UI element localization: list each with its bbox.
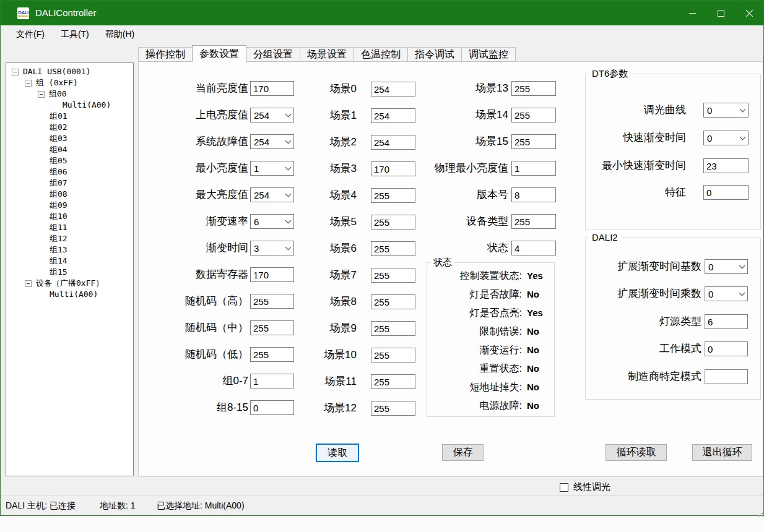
field-label: 场景8 bbox=[292, 294, 357, 309]
tree-item[interactable]: 组00 bbox=[6, 88, 133, 100]
tab-6[interactable]: 调试监控 bbox=[461, 47, 516, 62]
tree-item[interactable]: 组04 bbox=[6, 144, 133, 155]
scene-7-input[interactable] bbox=[371, 268, 415, 283]
tree-item-label: 组09 bbox=[50, 200, 67, 211]
param-10-input[interactable] bbox=[250, 347, 294, 362]
param-8-input[interactable] bbox=[250, 294, 294, 309]
param-5-select[interactable]: 6 bbox=[250, 214, 294, 229]
device-0-input[interactable] bbox=[511, 81, 556, 96]
device-1-input[interactable] bbox=[511, 108, 556, 122]
dali2-4-input[interactable] bbox=[705, 369, 748, 384]
tree-item[interactable]: 组09 bbox=[6, 200, 133, 211]
scene-11-input[interactable] bbox=[371, 374, 415, 389]
tree-item[interactable]: 组10 bbox=[6, 211, 133, 222]
device-4-input[interactable] bbox=[511, 187, 556, 202]
param-0-input[interactable] bbox=[250, 81, 294, 96]
tree-item[interactable]: 组01 bbox=[6, 111, 133, 122]
field-label: 场景15 bbox=[422, 134, 508, 148]
app-icon: DALI bbox=[17, 7, 29, 19]
scene-10-input[interactable] bbox=[371, 348, 415, 363]
param-11-input[interactable] bbox=[250, 374, 294, 388]
dt6-0-select[interactable]: 0 bbox=[703, 103, 749, 118]
param-6-select[interactable]: 3 bbox=[250, 241, 294, 255]
scene-5-input[interactable] bbox=[371, 215, 415, 230]
param-1-select[interactable]: 254 bbox=[250, 108, 294, 122]
read-button[interactable]: 读取 bbox=[316, 444, 359, 462]
field-label: 场景7 bbox=[292, 268, 357, 282]
device-3-input[interactable] bbox=[511, 161, 556, 176]
param-4-select[interactable]: 254 bbox=[250, 187, 294, 202]
scene-0-input[interactable] bbox=[371, 82, 415, 97]
scene-1-input[interactable] bbox=[371, 108, 415, 123]
scene-8-input[interactable] bbox=[371, 294, 415, 309]
tab-3[interactable]: 场景设置 bbox=[300, 47, 354, 62]
tree-item[interactable]: 组12 bbox=[6, 233, 133, 244]
close-button[interactable] bbox=[735, 1, 763, 25]
tree-item[interactable]: 组05 bbox=[6, 155, 133, 166]
param-9-input[interactable] bbox=[250, 320, 294, 335]
field-label: 工作模式 bbox=[589, 341, 701, 356]
save-button[interactable]: 保存 bbox=[442, 444, 484, 461]
tree-item[interactable]: 组 (0xFF) bbox=[6, 77, 133, 88]
resize-grip-icon[interactable] bbox=[759, 510, 760, 512]
tree-item[interactable]: 组15 bbox=[6, 267, 133, 278]
tree-item[interactable]: 组11 bbox=[6, 222, 133, 233]
tree-item[interactable]: 组02 bbox=[6, 122, 133, 133]
tab-1[interactable]: 参数设置 bbox=[192, 45, 246, 62]
collapse-icon[interactable] bbox=[25, 280, 32, 287]
dt6-2-input[interactable] bbox=[703, 158, 749, 173]
dali2-1-select[interactable]: 0 bbox=[705, 286, 748, 301]
tree-item[interactable]: 组08 bbox=[6, 189, 133, 200]
scene-4-input[interactable] bbox=[371, 188, 415, 203]
menu-item-1[interactable]: 工具(T) bbox=[53, 27, 97, 43]
tree-item[interactable]: DALI USB(0001) bbox=[6, 66, 133, 77]
param-3-select[interactable]: 1 bbox=[250, 161, 294, 176]
device-6-input[interactable] bbox=[511, 241, 556, 255]
status-row-value: Yes bbox=[527, 307, 543, 319]
scene-3-input[interactable] bbox=[371, 161, 415, 176]
param-12-input[interactable] bbox=[250, 400, 294, 415]
scene-6-input[interactable] bbox=[371, 241, 415, 256]
field-label: 制造商特定模式 bbox=[589, 369, 701, 384]
linear-dimming-checkbox[interactable] bbox=[560, 483, 568, 492]
dt6-1-select[interactable]: 0 bbox=[703, 131, 749, 145]
tab-5[interactable]: 指令调试 bbox=[407, 47, 462, 62]
field-label: 场景13 bbox=[422, 81, 508, 95]
device-5-input[interactable] bbox=[511, 214, 556, 229]
tree-item[interactable]: Multi(A00) bbox=[6, 289, 133, 300]
tab-2[interactable]: 分组设置 bbox=[246, 47, 300, 62]
tree-item[interactable]: 设备（广播0xFF） bbox=[6, 278, 133, 289]
menu-item-2[interactable]: 帮助(H) bbox=[97, 27, 142, 43]
tree-item[interactable]: 组07 bbox=[6, 178, 133, 189]
dt6-groupbox-label: DT6参数 bbox=[589, 68, 630, 80]
tree-item[interactable]: 组14 bbox=[6, 255, 133, 267]
scene-9-input[interactable] bbox=[371, 321, 415, 336]
dali2-0-select[interactable]: 0 bbox=[705, 259, 748, 274]
tree-item[interactable]: 组03 bbox=[6, 133, 133, 144]
maximize-button[interactable] bbox=[706, 1, 735, 25]
exit-loop-button[interactable]: 退出循环 bbox=[692, 444, 752, 461]
scene-12-input[interactable] bbox=[371, 401, 415, 416]
dali2-2-input[interactable] bbox=[705, 314, 748, 329]
status-row-label: 电源故障: bbox=[433, 400, 522, 412]
dali2-3-input[interactable] bbox=[705, 341, 748, 356]
dt6-3-input[interactable] bbox=[703, 185, 749, 200]
tab-0[interactable]: 操作控制 bbox=[138, 47, 193, 62]
minimize-button[interactable] bbox=[678, 1, 706, 25]
tree-item[interactable]: Multi(A00) bbox=[6, 100, 133, 111]
param-2-select[interactable]: 254 bbox=[250, 134, 294, 149]
loop-read-button[interactable]: 循环读取 bbox=[606, 444, 667, 461]
status-groupbox-label: 状态 bbox=[431, 257, 454, 268]
collapse-icon[interactable] bbox=[12, 69, 19, 75]
collapse-icon[interactable] bbox=[38, 91, 45, 98]
param-7-input[interactable] bbox=[250, 267, 294, 282]
tab-4[interactable]: 色温控制 bbox=[354, 47, 408, 62]
selected-value: 254 bbox=[251, 110, 283, 121]
tree-item[interactable]: 组06 bbox=[6, 166, 133, 178]
collapse-icon[interactable] bbox=[25, 80, 32, 87]
menu-item-0[interactable]: 文件(F) bbox=[8, 27, 53, 43]
device-2-input[interactable] bbox=[511, 134, 556, 149]
tree-item-label: 组00 bbox=[49, 88, 67, 100]
scene-2-input[interactable] bbox=[371, 135, 415, 150]
tree-item[interactable]: 组13 bbox=[6, 244, 133, 255]
